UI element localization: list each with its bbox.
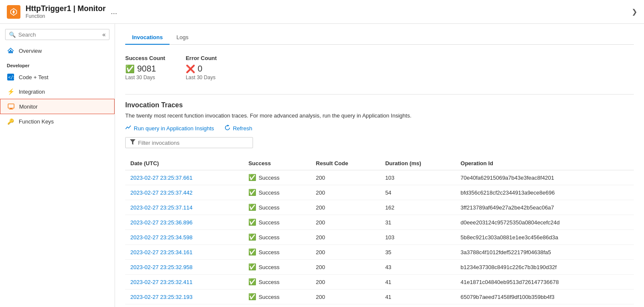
success-badge-icon: ✅ bbox=[248, 263, 256, 271]
table-body: 2023-02-27 23:25:37.661 ✅Success 200 103… bbox=[125, 170, 634, 304]
cell-duration: 35 bbox=[380, 245, 455, 260]
success-badge-label: Success bbox=[259, 279, 279, 285]
table-row: 2023-02-27 23:25:32.411 ✅Success 200 41 … bbox=[125, 275, 634, 290]
date-link[interactable]: 2023-02-27 23:25:37.661 bbox=[130, 175, 193, 181]
cell-operation-id: b1234e37308c8491c226c7b3b190d32f bbox=[455, 260, 634, 275]
error-icon: ❌ bbox=[186, 64, 195, 74]
cell-date[interactable]: 2023-02-27 23:25:32.958 bbox=[125, 260, 243, 275]
success-badge-label: Success bbox=[259, 249, 279, 255]
cell-date[interactable]: 2023-02-27 23:25:32.411 bbox=[125, 275, 243, 290]
cell-result-code: 200 bbox=[311, 215, 380, 230]
cell-result-code: 200 bbox=[311, 185, 380, 200]
success-badge-icon: ✅ bbox=[248, 248, 256, 256]
success-badge-icon: ✅ bbox=[248, 218, 256, 226]
cell-result-code: 200 bbox=[311, 275, 380, 290]
date-link[interactable]: 2023-02-27 23:25:32.411 bbox=[130, 279, 193, 285]
success-check-icon: ✅ bbox=[125, 64, 135, 74]
sidebar: 🔍 « Overview Developer </> Code + Test ⚡… bbox=[0, 24, 115, 307]
filter-box[interactable] bbox=[125, 137, 253, 148]
date-link[interactable]: 2023-02-27 23:25:32.958 bbox=[130, 264, 193, 270]
cell-success: ✅Success bbox=[243, 245, 310, 260]
sidebar-item-function-keys[interactable]: 🔑 Function Keys bbox=[0, 114, 115, 129]
overview-icon bbox=[7, 47, 14, 55]
cell-date[interactable]: 2023-02-27 23:25:32.193 bbox=[125, 290, 243, 304]
success-count-sub: Last 30 Days bbox=[125, 75, 165, 80]
table-row: 2023-02-27 23:25:37.661 ✅Success 200 103… bbox=[125, 170, 634, 185]
refresh-button[interactable]: Refresh bbox=[224, 125, 253, 132]
cell-date[interactable]: 2023-02-27 23:25:37.442 bbox=[125, 185, 243, 200]
success-badge-icon: ✅ bbox=[248, 233, 256, 241]
date-link[interactable]: 2023-02-27 23:25:37.442 bbox=[130, 189, 193, 196]
sidebar-item-code-test[interactable]: </> Code + Test bbox=[0, 70, 115, 84]
svg-rect-11 bbox=[9, 109, 13, 109]
success-count-block: Success Count ✅ 9081 Last 30 Days bbox=[125, 55, 165, 80]
table-row: 2023-02-27 23:25:36.896 ✅Success 200 31 … bbox=[125, 215, 634, 230]
stats-row: Success Count ✅ 9081 Last 30 Days Error … bbox=[125, 55, 634, 80]
cell-result-code: 200 bbox=[311, 200, 380, 215]
top-bar: HttpTrigger1 | Monitor Function ... ❯ bbox=[0, 0, 644, 24]
error-count-sub: Last 30 Days bbox=[186, 75, 217, 80]
svg-text:🔑: 🔑 bbox=[7, 118, 14, 125]
svg-rect-3 bbox=[9, 51, 10, 53]
cell-result-code: 200 bbox=[311, 245, 380, 260]
sidebar-item-overview[interactable]: Overview bbox=[0, 43, 115, 58]
filter-input[interactable] bbox=[138, 140, 248, 146]
cell-date[interactable]: 2023-02-27 23:25:34.598 bbox=[125, 230, 243, 245]
table-row: 2023-02-27 23:25:37.114 ✅Success 200 162… bbox=[125, 200, 634, 215]
col-success: Success bbox=[243, 157, 310, 170]
collapse-button[interactable]: « bbox=[102, 31, 106, 38]
cell-operation-id: bfd356c6218cf2c2344913a9ece8e696 bbox=[455, 185, 634, 200]
search-box[interactable]: 🔍 « bbox=[5, 29, 109, 40]
success-badge-label: Success bbox=[259, 189, 279, 196]
section-divider bbox=[125, 94, 634, 95]
error-count-value: 0 bbox=[198, 64, 202, 74]
run-query-label: Run query in Application Insights bbox=[134, 125, 214, 132]
invocation-traces-title: Invocation Traces bbox=[125, 101, 634, 109]
monitor-icon bbox=[7, 103, 15, 110]
search-icon: 🔍 bbox=[9, 32, 16, 38]
cell-success: ✅Success bbox=[243, 170, 310, 185]
svg-rect-5 bbox=[10, 50, 12, 53]
svg-text:</>: </> bbox=[8, 75, 14, 80]
success-badge-label: Success bbox=[259, 234, 279, 241]
cell-date[interactable]: 2023-02-27 23:25:34.161 bbox=[125, 245, 243, 260]
cell-success: ✅Success bbox=[243, 230, 310, 245]
cell-success: ✅Success bbox=[243, 290, 310, 304]
success-badge-icon: ✅ bbox=[248, 204, 256, 211]
run-query-button[interactable]: Run query in Application Insights bbox=[125, 125, 214, 132]
cell-date[interactable]: 2023-02-27 23:25:37.661 bbox=[125, 170, 243, 185]
expand-button[interactable]: ❯ bbox=[632, 8, 637, 16]
cell-operation-id: 3ff213789af649e27a2be42b5eac06a7 bbox=[455, 200, 634, 215]
success-badge-icon: ✅ bbox=[248, 189, 256, 196]
tab-invocations[interactable]: Invocations bbox=[125, 31, 170, 45]
success-badge-icon: ✅ bbox=[248, 278, 256, 286]
date-link[interactable]: 2023-02-27 23:25:36.896 bbox=[130, 219, 193, 226]
date-link[interactable]: 2023-02-27 23:25:34.598 bbox=[130, 234, 193, 241]
error-count-label: Error Count bbox=[186, 55, 217, 61]
cell-duration: 162 bbox=[380, 200, 455, 215]
success-badge-label: Success bbox=[259, 175, 279, 181]
content-area: Invocations Logs Success Count ✅ 9081 La… bbox=[115, 24, 644, 307]
date-link[interactable]: 2023-02-27 23:25:34.161 bbox=[130, 249, 193, 255]
more-options-button[interactable]: ... bbox=[111, 7, 117, 16]
date-link[interactable]: 2023-02-27 23:25:32.193 bbox=[130, 294, 193, 300]
table-row: 2023-02-27 23:25:32.193 ✅Success 200 41 … bbox=[125, 290, 634, 304]
cell-date[interactable]: 2023-02-27 23:25:36.896 bbox=[125, 215, 243, 230]
tab-logs[interactable]: Logs bbox=[170, 31, 195, 45]
cell-operation-id: 3a3788c4f1012fdef522179f04638fa5 bbox=[455, 245, 634, 260]
cell-operation-id: 65079b7aeed71458f9df100b359bb4f3 bbox=[455, 290, 634, 304]
sidebar-item-monitor[interactable]: Monitor bbox=[0, 99, 115, 114]
cell-date[interactable]: 2023-02-27 23:25:37.114 bbox=[125, 200, 243, 215]
cell-duration: 103 bbox=[380, 230, 455, 245]
search-input[interactable] bbox=[18, 32, 101, 38]
svg-rect-10 bbox=[10, 108, 12, 109]
date-link[interactable]: 2023-02-27 23:25:37.114 bbox=[130, 204, 193, 211]
cell-duration: 31 bbox=[380, 215, 455, 230]
cell-duration: 41 bbox=[380, 290, 455, 304]
page-subtitle: Function bbox=[26, 13, 106, 19]
col-date: Date (UTC) bbox=[125, 157, 243, 170]
cell-operation-id: 41e1871c04840eb9513d726147736678 bbox=[455, 275, 634, 290]
table-row: 2023-02-27 23:25:37.442 ✅Success 200 54 … bbox=[125, 185, 634, 200]
run-query-icon bbox=[125, 125, 131, 132]
sidebar-item-integration[interactable]: ⚡ Integration bbox=[0, 84, 115, 99]
